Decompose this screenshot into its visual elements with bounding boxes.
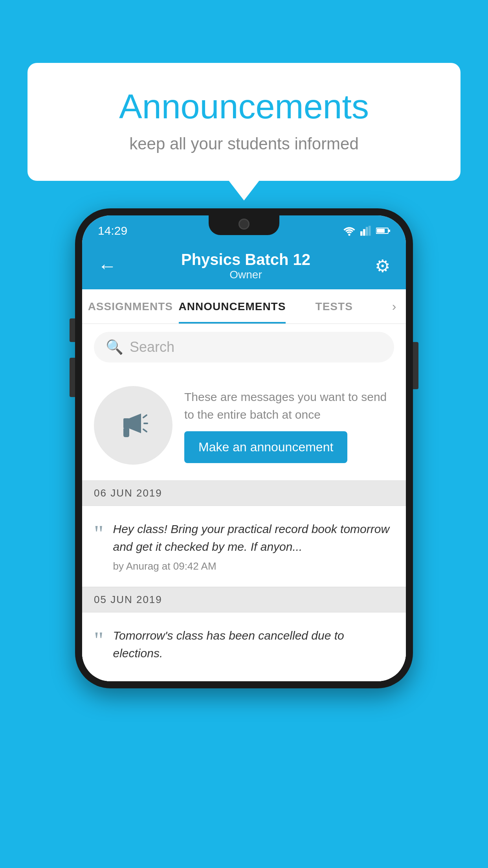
- date-separator-2: 05 JUN 2019: [82, 587, 406, 612]
- svg-rect-6: [389, 230, 390, 232]
- svg-line-9: [143, 415, 147, 417]
- announcement-message-1: Hey class! Bring your practical record b…: [113, 520, 394, 555]
- tabs-container: ASSIGNMENTS ANNOUNCEMENTS TESTS ›: [82, 289, 406, 324]
- speech-bubble-subtitle: keep all your students informed: [59, 134, 429, 153]
- svg-rect-7: [377, 229, 385, 233]
- battery-icon: [376, 227, 390, 235]
- promo-right: These are messages you want to send to t…: [184, 388, 394, 463]
- megaphone-icon: [114, 406, 153, 445]
- svg-rect-8: [123, 418, 130, 428]
- wifi-icon: [343, 226, 356, 236]
- status-time: 14:29: [98, 224, 127, 237]
- status-icons: [343, 226, 390, 236]
- search-icon: 🔍: [106, 339, 123, 355]
- quote-icon-2: ": [94, 631, 104, 649]
- app-bar: ← Physics Batch 12 Owner ⚙: [82, 242, 406, 289]
- tabs-more[interactable]: ›: [382, 299, 406, 314]
- phone-outer: 14:29: [75, 208, 413, 688]
- phone-camera: [238, 219, 250, 230]
- quote-icon-1: ": [94, 524, 104, 543]
- phone-notch: [209, 215, 279, 235]
- announcement-icon-circle: [94, 386, 172, 465]
- app-bar-subtitle: Owner: [181, 268, 310, 281]
- back-button[interactable]: ←: [98, 255, 117, 277]
- tab-assignments[interactable]: ASSIGNMENTS: [82, 289, 179, 324]
- announcement-message-2: Tomorrow's class has been cancelled due …: [113, 627, 394, 662]
- speech-bubble-container: Announcements keep all your students inf…: [28, 63, 460, 181]
- app-bar-title: Physics Batch 12: [181, 251, 310, 268]
- make-announcement-button[interactable]: Make an announcement: [184, 431, 347, 463]
- announcement-meta-1: by Anurag at 09:42 AM: [113, 560, 394, 572]
- svg-rect-1: [360, 231, 363, 235]
- announcement-item-2[interactable]: " Tomorrow's class has been cancelled du…: [82, 612, 406, 681]
- announcement-content-1: Hey class! Bring your practical record b…: [113, 520, 394, 572]
- speech-bubble: Announcements keep all your students inf…: [28, 63, 460, 181]
- promo-area: These are messages you want to send to t…: [82, 370, 406, 480]
- search-box[interactable]: 🔍 Search: [94, 332, 394, 362]
- announcement-content-2: Tomorrow's class has been cancelled due …: [113, 627, 394, 667]
- svg-rect-4: [369, 226, 371, 235]
- svg-point-0: [348, 234, 350, 235]
- app-bar-title-area: Physics Batch 12 Owner: [181, 251, 310, 281]
- phone-screen: 14:29: [82, 215, 406, 681]
- signal-icon: [360, 226, 371, 236]
- tab-announcements[interactable]: ANNOUNCEMENTS: [179, 289, 286, 324]
- content-area: 🔍 Search: [82, 324, 406, 681]
- phone-button-left2: [70, 358, 75, 397]
- phone-mockup: 14:29: [75, 208, 413, 688]
- svg-rect-2: [363, 229, 365, 236]
- announcement-item-1[interactable]: " Hey class! Bring your practical record…: [82, 506, 406, 587]
- search-container: 🔍 Search: [82, 324, 406, 370]
- phone-button-right: [413, 342, 418, 389]
- search-placeholder: Search: [130, 339, 174, 355]
- promo-description: These are messages you want to send to t…: [184, 388, 394, 423]
- speech-bubble-title: Announcements: [59, 86, 429, 127]
- phone-button-left: [70, 318, 75, 342]
- date-separator-1: 06 JUN 2019: [82, 480, 406, 506]
- svg-rect-3: [366, 227, 368, 235]
- tab-tests[interactable]: TESTS: [286, 289, 382, 324]
- svg-line-11: [143, 429, 147, 432]
- settings-icon[interactable]: ⚙: [375, 256, 390, 276]
